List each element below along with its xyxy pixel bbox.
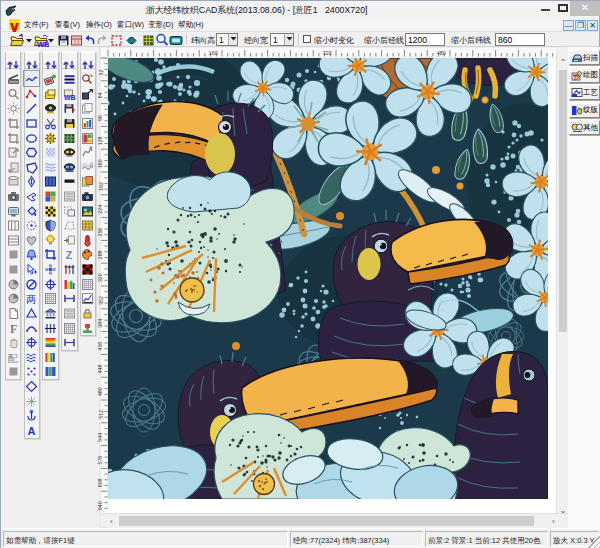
svg-text:320: 320 xyxy=(323,50,332,56)
svg-text:160: 160 xyxy=(209,50,218,56)
svg-text:两: 两 xyxy=(26,294,36,305)
svg-text:Z: Z xyxy=(65,249,72,261)
svg-text:480: 480 xyxy=(437,50,446,56)
svg-text:A: A xyxy=(28,425,36,437)
svg-text:配: 配 xyxy=(7,352,18,363)
svg-text:F: F xyxy=(10,322,17,335)
svg-text:WB: WB xyxy=(64,93,76,100)
